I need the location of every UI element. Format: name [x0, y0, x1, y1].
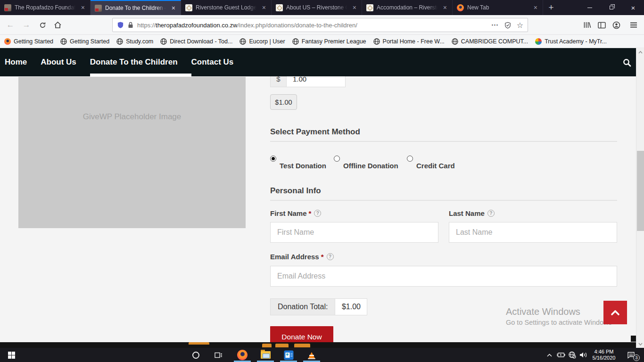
browser-tab[interactable]: Riverstone Guest Lodge × [181, 0, 272, 15]
scroll-to-top-button[interactable] [603, 301, 627, 324]
tray-expand-button[interactable] [545, 348, 553, 362]
payment-option-credit-card[interactable]: Credit Card [407, 156, 455, 170]
browser-tab[interactable]: Accomodation – Riversto × [362, 0, 453, 15]
nav-item-contact-us[interactable]: Contact Us [191, 48, 248, 76]
reload-button[interactable] [36, 18, 49, 32]
bookmark-item[interactable]: Getting Started [4, 38, 53, 45]
tracking-protection-shield-icon[interactable] [117, 21, 124, 29]
tray-battery[interactable] [555, 348, 566, 362]
help-icon[interactable]: ? [487, 210, 495, 217]
bookmark-item[interactable]: Study.com [116, 38, 153, 45]
tab-close-icon[interactable]: × [80, 3, 86, 12]
tab-title: Riverstone Guest Lodge [196, 4, 258, 11]
restore-icon [610, 6, 613, 9]
firefox-icon [237, 350, 248, 360]
bookmark-item[interactable]: Trust Academy - MyTr... [535, 38, 607, 45]
personal-info-heading: Personal Info [270, 186, 321, 196]
tab-close-icon[interactable]: × [261, 3, 267, 12]
task-view-button[interactable] [210, 348, 226, 362]
tab-close-icon[interactable]: × [352, 3, 357, 12]
page-actions-icon[interactable]: ⋯ [491, 21, 499, 29]
tray-volume[interactable] [578, 348, 589, 362]
tab-close-icon[interactable]: × [533, 3, 538, 12]
scrollbar-up-arrow[interactable] [636, 48, 644, 56]
help-icon[interactable]: ? [327, 253, 334, 260]
shield-check-icon[interactable] [504, 22, 511, 29]
divider [270, 200, 617, 201]
minimize-button[interactable] [579, 0, 601, 15]
bookmark-label: Study.com [126, 38, 153, 45]
donation-level-button[interactable]: $1.00 [270, 94, 297, 110]
browser-tab[interactable]: The Ropafadzo Foundatio × [0, 0, 91, 15]
page-viewport: Home About Us Donate To the Children Con… [0, 48, 644, 348]
riverstone-favicon-icon [185, 4, 192, 11]
bookmark-label: Direct Download - Tod... [170, 38, 232, 45]
activate-windows-watermark: Activate Windows [506, 306, 580, 317]
bookmark-item[interactable]: Eucorp | User [239, 38, 285, 45]
cortana-button[interactable] [188, 348, 204, 362]
scrollbar-down-arrow[interactable] [636, 340, 644, 348]
nav-item-about-us[interactable]: About Us [41, 48, 90, 76]
tray-network[interactable] [567, 348, 577, 362]
globe-icon [60, 38, 67, 45]
url-text[interactable]: https://theropafadzofoundation.co.zw/ind… [137, 22, 487, 29]
tab-close-icon[interactable]: × [171, 4, 176, 12]
nav-item-donate[interactable]: Donate To the Children [90, 48, 191, 76]
bookmark-label: Eucorp | User [249, 38, 285, 45]
bookmark-item[interactable]: Getting Started [60, 38, 109, 45]
required-mark: * [321, 253, 324, 261]
home-button[interactable] [51, 18, 64, 32]
bookmark-item[interactable]: CAMBRIDGE COMPUT... [452, 38, 528, 45]
help-icon[interactable]: ? [314, 210, 321, 217]
bookmark-item[interactable]: Fantasy Premier League [292, 38, 366, 45]
browser-tab[interactable]: New Tab × [453, 0, 543, 15]
library-button[interactable] [581, 19, 593, 31]
radio-selected-icon[interactable] [270, 156, 276, 162]
browser-tab[interactable]: About US – Riverstone Gu × [272, 0, 362, 15]
riverstone-favicon-icon [276, 4, 283, 11]
last-name-input[interactable] [449, 222, 617, 243]
site-search-button[interactable] [622, 58, 632, 67]
speaker-icon [579, 352, 588, 358]
restore-button[interactable] [601, 0, 622, 15]
bookmark-label: Portal Home - Free W... [383, 38, 445, 45]
first-name-label: First Name * ? [270, 209, 321, 217]
scrollbar-thumb[interactable] [637, 151, 644, 231]
forward-button[interactable]: → [20, 18, 33, 32]
close-window-button[interactable]: × [622, 0, 644, 15]
radio-icon[interactable] [407, 156, 413, 162]
taskbar-office-app-button[interactable] [278, 348, 299, 362]
bookmark-item[interactable]: Portal Home - Free W... [373, 38, 445, 45]
tab-close-icon[interactable]: × [442, 3, 448, 12]
start-button[interactable] [0, 348, 23, 362]
account-button[interactable] [611, 19, 622, 31]
payment-option-offline-donation[interactable]: Offline Donation [334, 156, 398, 170]
donation-form-page: GiveWP Placeholder Image $ $1.00 Select … [0, 76, 636, 342]
bookmark-item[interactable]: Direct Download - Tod... [160, 38, 232, 45]
payment-option-label: Test Donation [280, 162, 326, 170]
first-name-input[interactable] [270, 222, 438, 243]
page-scrollbar[interactable] [636, 48, 644, 348]
bookmark-star-icon[interactable]: ☆ [517, 21, 523, 30]
email-input[interactable] [270, 266, 617, 287]
tray-clock[interactable]: 4:46 PM 5/16/2020 [590, 348, 618, 362]
search-icon [622, 58, 632, 67]
menu-button[interactable] [628, 19, 639, 31]
radio-icon[interactable] [334, 156, 340, 162]
taskbar-firefox-button[interactable] [232, 348, 253, 362]
label-text: Last Name [449, 209, 485, 217]
nav-item-home[interactable]: Home [5, 48, 41, 76]
new-tab-button[interactable]: + [543, 0, 559, 15]
browser-tab-active[interactable]: Donate To the Children – × [91, 0, 181, 15]
payment-option-test-donation[interactable]: Test Donation [270, 156, 326, 170]
sidebar-button[interactable] [596, 19, 607, 31]
footer-fragment [631, 336, 636, 342]
donation-total-row: Donation Total: $1.00 [270, 298, 367, 315]
url-bar[interactable]: https://theropafadzofoundation.co.zw/ind… [112, 18, 528, 32]
taskbar-vlc-button[interactable] [301, 348, 322, 362]
site-footer-edge [0, 342, 636, 348]
nav-label: About Us [41, 58, 76, 67]
back-button[interactable]: ← [4, 18, 17, 32]
action-center-button[interactable]: 3 [621, 348, 640, 362]
taskbar-file-explorer-button[interactable] [255, 348, 276, 362]
